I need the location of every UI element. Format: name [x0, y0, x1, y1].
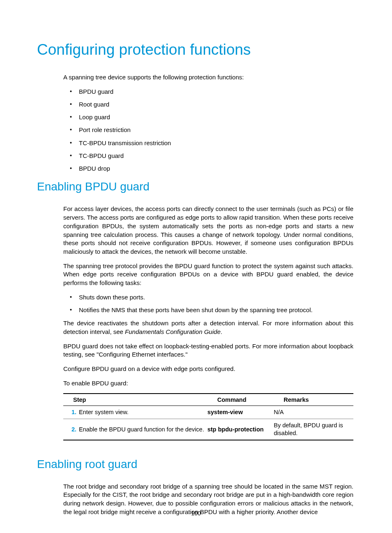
list-item: Loop guard [63, 113, 353, 121]
cell-remarks: N/A [274, 406, 353, 419]
paragraph: The spanning tree protocol provides the … [63, 262, 353, 287]
th-remarks: Remarks [274, 394, 353, 406]
cell-step: 1.Enter system view. [63, 406, 208, 419]
document-page: Configuring protection functions A spann… [0, 0, 392, 533]
step-number: 1. [67, 408, 79, 416]
step-number: 2. [67, 426, 79, 433]
list-item: Notifies the NMS that these ports have b… [63, 306, 353, 314]
paragraph: The device reactivates the shutdown port… [63, 319, 353, 336]
paragraph: For access layer devices, the access por… [63, 205, 353, 256]
text-run: . [221, 328, 222, 335]
table-row: 2.Enable the BPDU guard function for the… [63, 419, 353, 440]
table-header-row: Step Command Remarks [63, 394, 353, 406]
list-item: Port role restriction [63, 126, 353, 134]
list-item: Root guard [63, 100, 353, 109]
list-item: TC-BPDU guard [63, 152, 353, 160]
th-command: Command [208, 394, 274, 406]
intro-text: A spanning tree device supports the foll… [63, 73, 353, 82]
list-item: BPDU guard [63, 88, 353, 96]
list-item: BPDU drop [63, 165, 353, 173]
cell-remarks: By default, BPDU guard is disabled. [274, 419, 353, 440]
table-row: 1.Enter system view. system-view N/A [63, 406, 353, 419]
page-number: 100 [0, 510, 392, 517]
list-item: TC-BPDU transmission restriction [63, 139, 353, 147]
reference-title: Fundamentals Configuration Guide [125, 328, 221, 335]
step-text: Enable the BPDU guard function for the d… [79, 426, 204, 433]
heading-enabling-root-guard: Enabling root guard [37, 458, 355, 471]
cell-command: system-view [208, 406, 274, 419]
th-step: Step [63, 394, 208, 406]
task-list: Shuts down these ports. Notifies the NMS… [63, 293, 353, 315]
cell-step: 2.Enable the BPDU guard function for the… [63, 419, 208, 440]
paragraph: BPDU guard does not take effect on loopb… [63, 342, 353, 359]
function-list: BPDU guard Root guard Loop guard Port ro… [63, 88, 353, 173]
step-text: Enter system view. [79, 409, 129, 415]
paragraph: To enable BPDU guard: [63, 379, 353, 388]
bpdu-section-body: For access layer devices, the access por… [63, 205, 353, 440]
command-table: Step Command Remarks 1.Enter system view… [63, 393, 353, 440]
paragraph: Configure BPDU guard on a device with ed… [63, 365, 353, 373]
command-text: system-view [208, 409, 243, 415]
cell-command: stp bpdu-protection [208, 419, 274, 440]
heading-configuring-protection: Configuring protection functions [37, 41, 355, 58]
command-text: stp bpdu-protection [208, 426, 264, 433]
list-item: Shuts down these ports. [63, 293, 353, 301]
intro-block: A spanning tree device supports the foll… [63, 73, 353, 173]
heading-enabling-bpdu-guard: Enabling BPDU guard [37, 180, 355, 193]
